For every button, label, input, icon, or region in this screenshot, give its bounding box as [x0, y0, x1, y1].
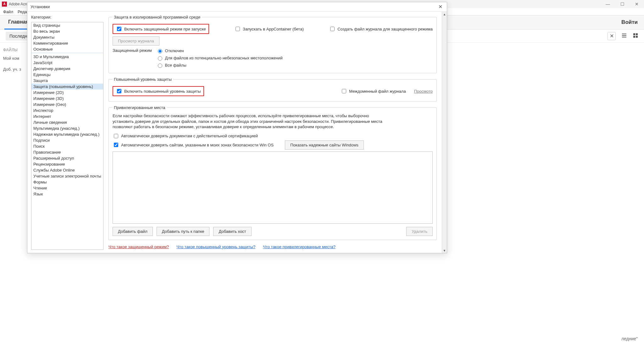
dialog-title: Установки: [31, 4, 50, 9]
category-item[interactable]: JavaScript: [31, 60, 103, 66]
highlight-enable-enhanced: Включить повышенный уровень защиты: [113, 86, 204, 96]
radio-mode-unsafe-input[interactable]: [158, 56, 162, 61]
protected-mode-label: Защищенный режим: [113, 48, 154, 53]
radio-mode-unsafe-locations[interactable]: Для файлов из потенциально небезопасных …: [156, 55, 283, 61]
add-folder-button[interactable]: Добавить путь к папке: [157, 227, 210, 236]
view-log-button[interactable]: Просмотр журнала: [113, 36, 159, 46]
checkbox-run-appcontainer[interactable]: Запускать в AppContainer (бета): [234, 26, 304, 32]
privileged-help-text: Если настройки безопасности снижают эффе…: [113, 113, 383, 130]
app-window: A Adobe Acro — ☐ ✕ Файл Редакти Главная …: [0, 0, 644, 345]
menu-file[interactable]: Файл: [3, 9, 13, 14]
dialog-titlebar: Установки ✕: [27, 2, 447, 12]
category-item[interactable]: Измерение (Geo): [31, 101, 103, 107]
category-item[interactable]: Вид страницы: [31, 22, 103, 28]
trusted-locations-listbox[interactable]: [113, 151, 433, 224]
category-item[interactable]: Личные сведения: [31, 119, 103, 125]
category-separator: [31, 53, 103, 53]
category-item[interactable]: Во весь экран: [31, 28, 103, 34]
link-what-is-privileged-locations[interactable]: Что такое привилегированные места?: [263, 244, 336, 249]
settings-panel: ▲ ▼ Защита в изолированной программной с…: [107, 12, 447, 253]
category-item[interactable]: Расширенный доступ: [31, 155, 103, 161]
category-item[interactable]: Комментирование: [31, 40, 103, 46]
category-item[interactable]: Рецензирование: [31, 161, 103, 167]
window-minimize-button[interactable]: —: [601, 0, 615, 8]
outer-sidebar: ФАЙЛЫ Мой ком Доб. уч. з: [0, 43, 27, 83]
group-sandbox-legend: Защита в изолированной программной среде: [113, 15, 202, 19]
category-item[interactable]: Надежная мультимедиа (унаслед.): [31, 131, 103, 137]
checkbox-enable-enhanced-input[interactable]: [117, 89, 121, 93]
settings-scrollbar[interactable]: ▲ ▼: [442, 12, 447, 253]
radio-mode-all-files[interactable]: Все файлы: [156, 63, 283, 68]
category-item[interactable]: Интернет: [31, 113, 103, 119]
add-file-button[interactable]: Добавить файл: [113, 227, 153, 236]
checkbox-auto-trust-winos-input[interactable]: [114, 143, 118, 147]
checkbox-enable-enhanced-security[interactable]: Включить повышенный уровень защиты: [116, 88, 201, 94]
category-item[interactable]: Правописание: [31, 149, 103, 155]
group-privileged-legend: Привилегированные места: [113, 105, 167, 110]
checkbox-auto-trust-cert-input[interactable]: [114, 134, 118, 138]
checkbox-auto-trust-cert[interactable]: Автоматически доверять документам с дейс…: [113, 133, 258, 139]
checkbox-crossdomain-log[interactable]: Междоменный файл журнала: [341, 88, 406, 94]
grid-view-icon[interactable]: [633, 33, 638, 39]
add-host-button[interactable]: Добавить хост: [213, 227, 251, 236]
group-enhanced-legend: Повышенный уровень защиты: [113, 77, 173, 82]
footer-help-links: Что такое защищенный режим? Что такое по…: [108, 244, 437, 249]
category-item[interactable]: Измерение (3D): [31, 96, 103, 101]
radio-mode-off-input[interactable]: [158, 49, 162, 53]
checkbox-create-logfile-input[interactable]: [330, 27, 335, 31]
categories-label: Категории:: [31, 15, 103, 19]
checkbox-create-logfile[interactable]: Создать файл журнала для защищенного реж…: [329, 26, 433, 32]
category-item[interactable]: Поиск: [31, 143, 103, 149]
category-item[interactable]: Учетные записи электронной почты: [31, 173, 103, 179]
group-enhanced-security: Повышенный уровень защиты Включить повыш…: [108, 77, 437, 101]
delete-button[interactable]: Удалить: [406, 227, 433, 236]
list-view-icon[interactable]: [621, 33, 627, 39]
category-item[interactable]: Службы Adobe Online: [31, 167, 103, 173]
group-privileged-locations: Привилегированные места Если настройки б…: [108, 105, 437, 240]
login-button[interactable]: Войти: [621, 19, 638, 25]
category-item[interactable]: Защита (повышенный уровень): [31, 84, 103, 90]
app-title: Adobe Acro: [9, 0, 28, 8]
link-what-is-enhanced-security[interactable]: Что такое повышенный уровень защиты?: [176, 244, 255, 249]
link-what-is-protected-mode[interactable]: Что такое защищенный режим?: [108, 244, 169, 249]
window-maximize-button[interactable]: ☐: [615, 0, 630, 8]
category-item[interactable]: Мультимедиа (унаслед.): [31, 125, 103, 131]
category-item[interactable]: Формы: [31, 179, 103, 185]
sidebar-item-add-account[interactable]: Доб. уч. з: [3, 67, 24, 72]
checkbox-auto-trust-winos[interactable]: Автоматически доверять сайтам, указанным…: [113, 142, 274, 148]
category-item[interactable]: Документы: [31, 34, 103, 40]
sidebar-item-mycomputer[interactable]: Мой ком: [3, 56, 24, 61]
category-item[interactable]: Язык: [31, 191, 103, 197]
category-item[interactable]: Инспектор: [31, 107, 103, 113]
categories-panel: Категории: Вид страницыВо весь экранДоку…: [27, 12, 107, 253]
category-item[interactable]: Единицы: [31, 72, 103, 78]
panel-close-button[interactable]: ✕: [608, 32, 616, 40]
checkbox-crossdomain-log-input[interactable]: [342, 89, 346, 93]
category-item[interactable]: Чтение: [31, 185, 103, 191]
category-item[interactable]: Диспетчер доверия: [31, 66, 103, 72]
radio-mode-off[interactable]: Отключен: [156, 48, 283, 53]
adobe-logo-icon: A: [2, 2, 7, 7]
category-item[interactable]: Измерение (2D): [31, 90, 103, 96]
highlight-enable-protected: Включить защищенный режим при запуске: [113, 24, 209, 34]
outer-bottom-text: ледние": [621, 336, 638, 341]
show-trusted-sites-button[interactable]: Показать надежные сайты Windows: [285, 140, 364, 150]
preferences-dialog: Установки ✕ Категории: Вид страницыВо ве…: [27, 2, 447, 253]
dialog-close-button[interactable]: ✕: [437, 4, 444, 10]
scroll-up-arrow-icon[interactable]: ▲: [442, 12, 447, 17]
category-item[interactable]: Подписи: [31, 137, 103, 143]
scroll-down-arrow-icon[interactable]: ▼: [442, 248, 447, 253]
category-item[interactable]: 3D и Мультимедиа: [31, 54, 103, 60]
radio-mode-all-input[interactable]: [158, 63, 162, 68]
group-sandbox-protection: Защита в изолированной программной среде…: [108, 15, 437, 73]
category-item[interactable]: Защита: [31, 78, 103, 84]
checkbox-enable-protected-mode-input[interactable]: [117, 27, 121, 31]
category-item[interactable]: Основные: [31, 46, 103, 52]
checkbox-run-appcontainer-input[interactable]: [236, 27, 240, 31]
checkbox-enable-protected-mode[interactable]: Включить защищенный режим при запуске: [116, 26, 206, 32]
window-close-button[interactable]: ✕: [630, 0, 644, 8]
crossdomain-view-link[interactable]: Просмотр: [414, 89, 433, 94]
sidebar-files-header: ФАЙЛЫ: [3, 48, 24, 52]
categories-listbox[interactable]: Вид страницыВо весь экранДокументыКоммен…: [31, 22, 103, 250]
